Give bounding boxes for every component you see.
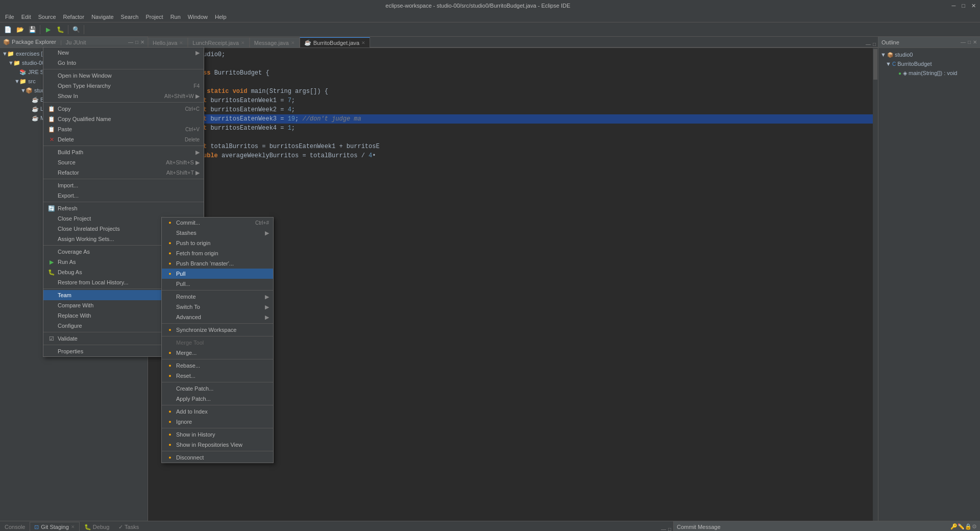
tab-console[interactable]: Console bbox=[0, 522, 30, 531]
menu-refactor[interactable]: Refactor bbox=[60, 13, 88, 21]
ctx-export[interactable]: Export... bbox=[43, 190, 204, 201]
commit-icon3[interactable]: 🔒 bbox=[965, 523, 972, 530]
commit-icon1[interactable]: 🔑 bbox=[950, 523, 958, 530]
tab-tasks[interactable]: ✓ Tasks bbox=[114, 522, 143, 531]
team-reset[interactable]: ● Reset... bbox=[162, 371, 273, 381]
ctx-open-new-window[interactable]: Open in New Window bbox=[43, 70, 204, 81]
scrollbar-thumb[interactable] bbox=[873, 49, 877, 80]
ctx-source[interactable]: Source Alt+Shift+S ▶ bbox=[43, 157, 204, 167]
ctx-show-in[interactable]: Show In Alt+Shift+W ▶ bbox=[43, 91, 204, 101]
panel-maximize-icon[interactable]: □ bbox=[135, 39, 138, 45]
package-explorer-title: 📦 Package Explorer bbox=[3, 39, 56, 45]
team-push-to-origin[interactable]: ● Push to origin bbox=[162, 238, 273, 248]
menu-edit[interactable]: Edit bbox=[18, 13, 34, 21]
team-pull-dots[interactable]: Pull... bbox=[162, 279, 273, 289]
maximize-editor-icon[interactable]: □ bbox=[873, 41, 876, 47]
team-advanced[interactable]: Advanced ▶ bbox=[162, 312, 273, 322]
ctx-sep3 bbox=[43, 146, 204, 146]
team-switch-to[interactable]: Switch To ▶ bbox=[162, 302, 273, 312]
team-show-repositories-view[interactable]: ● Show in Repositories View bbox=[162, 440, 273, 450]
commit-icon4[interactable]: ⚙ bbox=[972, 523, 977, 530]
tab-hello-close[interactable]: ✕ bbox=[179, 40, 183, 45]
panel-minimize-icon[interactable]: — bbox=[128, 39, 133, 45]
commit-icon2[interactable]: ✏️ bbox=[958, 523, 965, 530]
menu-run[interactable]: Run bbox=[167, 13, 184, 21]
outline-minimize-icon[interactable]: — bbox=[961, 39, 966, 45]
toolbar-debug[interactable]: 🐛 bbox=[55, 24, 66, 35]
menu-help[interactable]: Help bbox=[212, 13, 230, 21]
team-fetch-from-origin[interactable]: ● Fetch from origin bbox=[162, 248, 273, 258]
team-sep8 bbox=[162, 451, 273, 451]
menu-search[interactable]: Search bbox=[118, 13, 142, 21]
toolbar-run[interactable]: ▶ bbox=[42, 24, 54, 35]
tab-lunchreceipt[interactable]: LunchReceipt.java ✕ bbox=[188, 37, 250, 47]
ctx-goto[interactable]: Go Into bbox=[43, 58, 204, 68]
team-sep7 bbox=[162, 428, 273, 428]
ctx-copy[interactable]: 📋 Copy Ctrl+C bbox=[43, 104, 204, 114]
team-apply-patch[interactable]: Apply Patch... bbox=[162, 394, 273, 404]
tab-burritobudget[interactable]: ☕ BurritoBudget.java ✕ bbox=[300, 37, 371, 47]
toolbar-sep2 bbox=[68, 25, 68, 34]
window-controls: ─ □ ✕ bbox=[952, 3, 976, 9]
toolbar-search[interactable]: 🔍 bbox=[70, 24, 82, 35]
bottom-minimize-icon[interactable]: — bbox=[661, 526, 666, 531]
outline-main[interactable]: ● ◈ main(String[]) : void bbox=[878, 68, 980, 78]
team-sep1 bbox=[162, 290, 273, 291]
ctx-refresh[interactable]: 🔄 Refresh bbox=[43, 203, 204, 213]
ctx-new[interactable]: New ▶ bbox=[43, 47, 204, 58]
team-rebase[interactable]: ● Rebase... bbox=[162, 360, 273, 371]
team-disconnect[interactable]: ● Disconnect bbox=[162, 452, 273, 463]
team-stashes[interactable]: Stashes ▶ bbox=[162, 228, 273, 238]
ctx-delete[interactable]: ✕ Delete Delete bbox=[43, 134, 204, 144]
close-button[interactable]: ✕ bbox=[971, 3, 976, 9]
code-line-11: 11 int totalBurritos = burritosEatenWeek… bbox=[148, 142, 878, 151]
scrollbar[interactable] bbox=[873, 48, 878, 521]
team-show-history[interactable]: ● Show in History bbox=[162, 429, 273, 440]
menu-window[interactable]: Window bbox=[185, 13, 211, 21]
code-line-10: 10 bbox=[148, 133, 878, 142]
tab-hello[interactable]: Hello.java ✕ bbox=[148, 37, 188, 47]
tab-message-close[interactable]: ✕ bbox=[291, 40, 295, 45]
ctx-import[interactable]: Import... bbox=[43, 180, 204, 190]
ctx-copy-qualified[interactable]: 📋 Copy Qualified Name bbox=[43, 114, 204, 124]
team-sep5 bbox=[162, 382, 273, 382]
toolbar-open[interactable]: 📂 bbox=[14, 24, 26, 35]
code-line-8: 8 int burritosEatenWeek3 = 19; //don't j… bbox=[148, 114, 878, 124]
menu-project[interactable]: Project bbox=[142, 13, 166, 21]
minimize-editor-icon[interactable]: — bbox=[866, 41, 871, 47]
tab-lunchreceipt-close[interactable]: ✕ bbox=[241, 40, 245, 45]
outline-close-icon[interactable]: ✕ bbox=[973, 39, 977, 45]
team-push-branch[interactable]: ● Push Branch 'master'... bbox=[162, 258, 273, 269]
team-create-patch[interactable]: Create Patch... bbox=[162, 383, 273, 394]
tab-burritobudget-close[interactable]: ✕ bbox=[361, 40, 365, 45]
menu-navigate[interactable]: Navigate bbox=[88, 13, 116, 21]
team-add-to-index[interactable]: ● Add to Index bbox=[162, 406, 273, 417]
code-line-7: 7 int burritosEatenWeek2 = 4; bbox=[148, 105, 878, 114]
ctx-build-path[interactable]: Build Path ▶ bbox=[43, 147, 204, 157]
team-sep6 bbox=[162, 405, 273, 405]
team-pull[interactable]: ● Pull bbox=[162, 269, 273, 279]
bottom-maximize-icon[interactable]: □ bbox=[668, 526, 671, 531]
code-line-3: 3 public class BurritoBudget { bbox=[148, 68, 878, 78]
tab-git-staging[interactable]: ⊡ Git Staging ✕ bbox=[30, 522, 79, 531]
outline-maximize-icon[interactable]: □ bbox=[968, 39, 971, 45]
menu-source[interactable]: Source bbox=[35, 13, 59, 21]
ctx-paste[interactable]: 📋 Paste Ctrl+V bbox=[43, 124, 204, 134]
team-remote[interactable]: Remote ▶ bbox=[162, 292, 273, 302]
team-commit[interactable]: ● Commit... Ctrl+# bbox=[162, 218, 273, 228]
maximize-button[interactable]: □ bbox=[962, 3, 965, 9]
tab-message[interactable]: Message.java ✕ bbox=[250, 37, 300, 47]
ctx-open-type-hierarchy[interactable]: Open Type Hierarchy F4 bbox=[43, 81, 204, 91]
team-ignore[interactable]: ● Ignore bbox=[162, 417, 273, 427]
team-sync-workspace[interactable]: ● Synchronize Workspace bbox=[162, 325, 273, 335]
team-merge[interactable]: ● Merge... bbox=[162, 348, 273, 358]
outline-burritobudget[interactable]: ▼ C BurritoBudget bbox=[878, 59, 980, 68]
toolbar-save[interactable]: 💾 bbox=[27, 24, 38, 35]
toolbar-new[interactable]: 📄 bbox=[2, 24, 13, 35]
panel-close-icon[interactable]: ✕ bbox=[140, 39, 144, 45]
tab-debug[interactable]: 🐛 Debug bbox=[80, 522, 114, 531]
menu-file[interactable]: File bbox=[2, 13, 17, 21]
minimize-button[interactable]: ─ bbox=[952, 3, 956, 9]
outline-studio0[interactable]: ▼ 📦 studio0 bbox=[878, 50, 980, 59]
ctx-refactor[interactable]: Refactor Alt+Shift+T ▶ bbox=[43, 167, 204, 178]
